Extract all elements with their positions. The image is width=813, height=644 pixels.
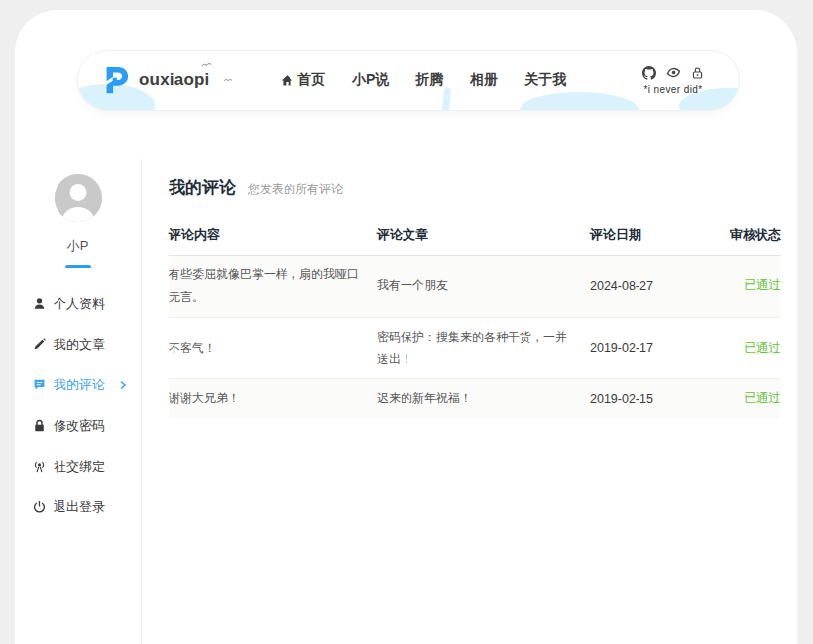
user-icon — [33, 297, 46, 310]
avatar — [55, 174, 102, 222]
comment-content: 不客气！ — [169, 337, 377, 360]
table-row: 有些委屈就像巴掌一样，扇的我哑口无言。 我有一个朋友 2024-08-27 已通… — [169, 256, 781, 318]
comment-date: 2024-08-27 — [590, 279, 724, 293]
sidebar-item-comments[interactable]: 我的评论 — [33, 376, 127, 395]
bird-icon — [201, 54, 212, 72]
eye-icon[interactable] — [666, 65, 681, 80]
col-header-status: 审核状态 — [724, 226, 781, 244]
profile-sidebar: 小P 个人资料 我的文章 我的评论 — [15, 159, 141, 538]
nav-item-xiangce[interactable]: 相册 — [470, 71, 498, 89]
sidebar-item-articles[interactable]: 我的文章 — [33, 335, 127, 355]
comment-content: 有些委屈就像巴掌一样，扇的我哑口无言。 — [169, 264, 377, 309]
nav-item-home[interactable]: 首页 — [281, 71, 325, 89]
sidebar-item-logout[interactable]: 退出登录 — [33, 497, 127, 517]
table-header: 评论内容 评论文章 评论日期 审核状态 — [169, 217, 781, 256]
broadcast-icon — [33, 460, 46, 473]
comment-content: 谢谢大兄弟！ — [169, 387, 377, 410]
nav-item-about[interactable]: 关于我 — [524, 71, 566, 89]
page-subtitle: 您发表的所有评论 — [248, 181, 343, 198]
username: 小P — [15, 237, 141, 255]
page-title: 我的评论 — [169, 176, 236, 199]
status-badge: 已通过 — [724, 277, 781, 294]
comments-panel: 我的评论 您发表的所有评论 评论内容 评论文章 评论日期 审核状态 有些委屈就像… — [169, 176, 781, 418]
comment-date: 2019-02-17 — [590, 341, 724, 355]
logo-p-icon — [100, 65, 130, 95]
col-header-date: 评论日期 — [590, 226, 724, 244]
lock-icon — [33, 419, 46, 432]
header-bar: ouxiaopi 首页 小P说 折腾 相册 关于我 — [77, 50, 740, 111]
username-underline — [65, 265, 91, 268]
status-badge: 已通过 — [724, 390, 781, 407]
comment-article[interactable]: 密码保护：搜集来的各种干货，一并送出！ — [377, 326, 590, 372]
header-right: *i never did* — [622, 65, 725, 95]
power-icon — [33, 500, 46, 513]
lock-icon[interactable] — [691, 66, 704, 80]
sidebar-item-password[interactable]: 修改密码 — [33, 416, 127, 436]
table-row: 谢谢大兄弟！ 迟来的新年祝福！ 2019-02-15 已通过 — [169, 379, 781, 418]
site-motto: *i never did* — [622, 84, 725, 95]
status-badge: 已通过 — [724, 340, 781, 357]
site-logo[interactable]: ouxiaopi — [100, 51, 210, 110]
comment-icon — [33, 378, 46, 391]
col-header-content: 评论内容 — [169, 226, 377, 244]
nav-item-xiaopshuo[interactable]: 小P说 — [352, 71, 389, 89]
home-icon — [281, 74, 293, 87]
col-header-article: 评论文章 — [377, 226, 590, 244]
nav-item-zheteng[interactable]: 折腾 — [415, 71, 443, 89]
comment-article[interactable]: 迟来的新年祝福！ — [377, 387, 590, 410]
comments-table: 评论内容 评论文章 评论日期 审核状态 有些委屈就像巴掌一样，扇的我哑口无言。 … — [169, 217, 781, 418]
table-row: 不客气！ 密码保护：搜集来的各种干货，一并送出！ 2019-02-17 已通过 — [169, 318, 781, 380]
pencil-icon — [33, 338, 46, 351]
sidebar-divider — [141, 159, 142, 644]
main-nav: 首页 小P说 折腾 相册 关于我 — [281, 51, 566, 110]
comment-date: 2019-02-15 — [590, 392, 724, 406]
chevron-right-icon — [119, 380, 127, 390]
github-icon[interactable] — [642, 66, 656, 80]
sidebar-item-profile[interactable]: 个人资料 — [33, 294, 127, 314]
sidebar-menu: 个人资料 我的文章 我的评论 — [15, 294, 141, 517]
sidebar-item-social[interactable]: 社交绑定 — [33, 457, 127, 477]
site-name: ouxiaopi — [139, 70, 210, 90]
comment-article[interactable]: 我有一个朋友 — [377, 274, 590, 297]
